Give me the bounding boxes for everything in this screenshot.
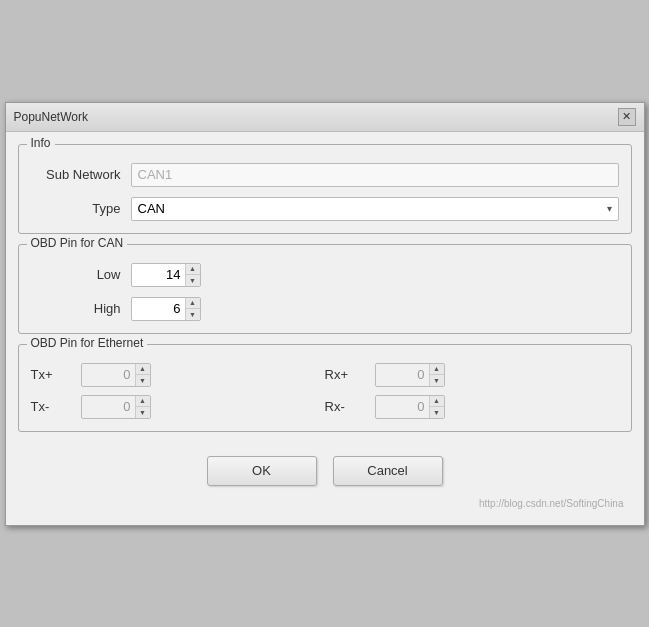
cancel-button[interactable]: Cancel bbox=[333, 456, 443, 486]
low-input[interactable] bbox=[132, 265, 185, 284]
low-increment-btn[interactable]: ▲ bbox=[186, 264, 200, 276]
tx-plus-spinner: ▲ ▼ bbox=[81, 363, 151, 387]
high-spinner: ▲ ▼ bbox=[131, 297, 201, 321]
window-title: PopuNetWork bbox=[14, 110, 88, 124]
sub-network-label: Sub Network bbox=[31, 167, 121, 182]
rx-minus-spinner-buttons: ▲ ▼ bbox=[429, 396, 444, 418]
ethernet-grid: Tx+ ▲ ▼ Rx+ ▲ bbox=[31, 363, 619, 419]
tx-plus-label: Tx+ bbox=[31, 367, 81, 382]
rx-plus-spinner-buttons: ▲ ▼ bbox=[429, 364, 444, 386]
rx-plus-spinner: ▲ ▼ bbox=[375, 363, 445, 387]
dropdown-arrow: ▾ bbox=[607, 203, 612, 214]
high-label: High bbox=[31, 301, 121, 316]
type-row: Type CAN ▾ bbox=[31, 197, 619, 221]
high-increment-btn[interactable]: ▲ bbox=[186, 298, 200, 310]
rx-plus-input[interactable] bbox=[376, 365, 429, 384]
window-content: Info Sub Network Type CAN ▾ OBD Pin for … bbox=[6, 132, 644, 525]
obd-ethernet-title: OBD Pin for Ethernet bbox=[27, 336, 148, 350]
watermark: http://blog.csdn.net/SoftingChina bbox=[18, 498, 632, 513]
rx-minus-decrement-btn[interactable]: ▼ bbox=[430, 407, 444, 418]
type-value: CAN bbox=[138, 201, 165, 216]
tx-plus-decrement-btn[interactable]: ▼ bbox=[136, 375, 150, 386]
ok-button[interactable]: OK bbox=[207, 456, 317, 486]
sub-network-row: Sub Network bbox=[31, 163, 619, 187]
title-bar: PopuNetWork ✕ bbox=[6, 103, 644, 132]
tx-plus-input[interactable] bbox=[82, 365, 135, 384]
high-input[interactable] bbox=[132, 299, 185, 318]
type-label: Type bbox=[31, 201, 121, 216]
rx-plus-label: Rx+ bbox=[325, 367, 375, 382]
low-spinner-buttons: ▲ ▼ bbox=[185, 264, 200, 286]
dialog-window: PopuNetWork ✕ Info Sub Network Type CAN … bbox=[5, 102, 645, 526]
high-spinner-buttons: ▲ ▼ bbox=[185, 298, 200, 320]
rx-minus-label: Rx- bbox=[325, 399, 375, 414]
rx-minus-input[interactable] bbox=[376, 397, 429, 416]
tx-minus-spinner: ▲ ▼ bbox=[81, 395, 151, 419]
high-row: High ▲ ▼ bbox=[31, 297, 619, 321]
rx-plus-decrement-btn[interactable]: ▼ bbox=[430, 375, 444, 386]
high-decrement-btn[interactable]: ▼ bbox=[186, 309, 200, 320]
button-bar: OK Cancel bbox=[18, 442, 632, 498]
tx-minus-increment-btn[interactable]: ▲ bbox=[136, 396, 150, 408]
sub-network-input[interactable] bbox=[131, 163, 619, 187]
rx-minus-increment-btn[interactable]: ▲ bbox=[430, 396, 444, 408]
rx-plus-row: Rx+ ▲ ▼ bbox=[325, 363, 619, 387]
low-spinner: ▲ ▼ bbox=[131, 263, 201, 287]
rx-minus-spinner: ▲ ▼ bbox=[375, 395, 445, 419]
tx-minus-label: Tx- bbox=[31, 399, 81, 414]
tx-plus-spinner-buttons: ▲ ▼ bbox=[135, 364, 150, 386]
info-group-title: Info bbox=[27, 136, 55, 150]
tx-minus-row: Tx- ▲ ▼ bbox=[31, 395, 325, 419]
tx-minus-spinner-buttons: ▲ ▼ bbox=[135, 396, 150, 418]
rx-plus-increment-btn[interactable]: ▲ bbox=[430, 364, 444, 376]
low-label: Low bbox=[31, 267, 121, 282]
low-decrement-btn[interactable]: ▼ bbox=[186, 275, 200, 286]
obd-can-title: OBD Pin for CAN bbox=[27, 236, 128, 250]
obd-can-group: OBD Pin for CAN Low ▲ ▼ High ▲ ▼ bbox=[18, 244, 632, 334]
low-row: Low ▲ ▼ bbox=[31, 263, 619, 287]
info-group: Info Sub Network Type CAN ▾ bbox=[18, 144, 632, 234]
type-dropdown[interactable]: CAN ▾ bbox=[131, 197, 619, 221]
tx-plus-row: Tx+ ▲ ▼ bbox=[31, 363, 325, 387]
tx-minus-input[interactable] bbox=[82, 397, 135, 416]
obd-ethernet-group: OBD Pin for Ethernet Tx+ ▲ ▼ Rx+ bbox=[18, 344, 632, 432]
close-button[interactable]: ✕ bbox=[618, 108, 636, 126]
tx-minus-decrement-btn[interactable]: ▼ bbox=[136, 407, 150, 418]
tx-plus-increment-btn[interactable]: ▲ bbox=[136, 364, 150, 376]
rx-minus-row: Rx- ▲ ▼ bbox=[325, 395, 619, 419]
